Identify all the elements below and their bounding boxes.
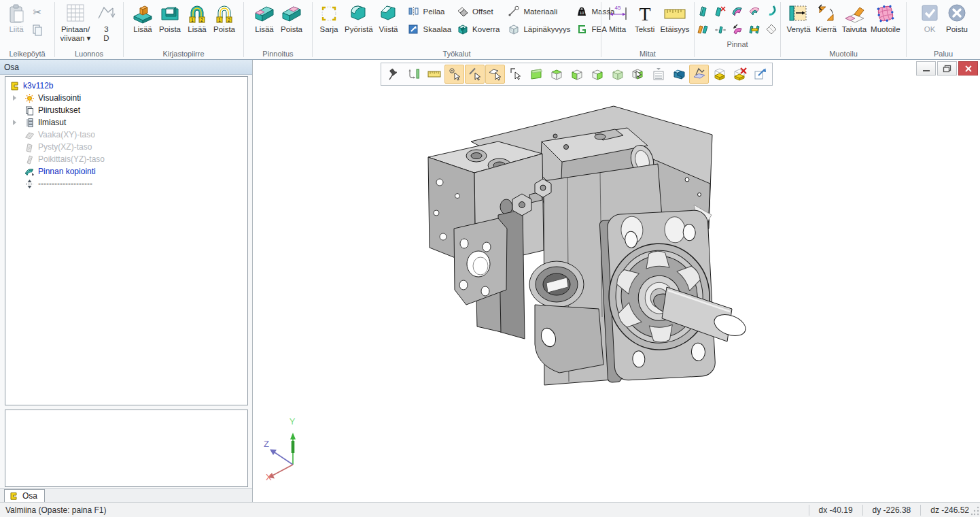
snap-edge-icon[interactable]	[465, 65, 485, 84]
library-remove-button[interactable]: Poista	[156, 1, 183, 35]
tree-item-insert-marker[interactable]: --------------------	[5, 178, 247, 190]
export-icon[interactable]	[750, 65, 770, 84]
copy-icon[interactable]	[30, 22, 45, 38]
ribbon-group-clipboard: Liitä ✂ Leikepöytä	[0, 0, 54, 59]
rotate-icon	[815, 2, 838, 25]
ruler-icon[interactable]	[424, 65, 444, 84]
sketch-on-face-button[interactable]: Pintaan/ viivaan ▾	[58, 1, 93, 44]
surface-double-plane-icon[interactable]	[696, 21, 711, 37]
panel-tab-strip: Osa	[0, 488, 252, 502]
tree-item-drawings[interactable]: Piirustukset	[5, 104, 247, 116]
library-remove2-label: Poista	[213, 25, 235, 34]
text-button[interactable]: T Teksti	[631, 1, 659, 35]
minimize-button[interactable]	[916, 61, 936, 76]
material-button[interactable]: Materiaali	[505, 3, 573, 20]
graphics-viewport[interactable]: Y Z X	[253, 60, 980, 502]
sketch-3d-button[interactable]: 3 D	[92, 1, 120, 44]
dimension-button[interactable]: 45 Mitta	[604, 1, 631, 35]
close-button[interactable]	[958, 61, 978, 76]
expand-chevron-icon[interactable]	[12, 95, 18, 101]
tree-item-surface-copy[interactable]: Pinnan kopiointi	[5, 165, 247, 178]
library-remove2-button[interactable]: 12 Poista	[211, 1, 238, 35]
snap-point-icon[interactable]	[444, 65, 464, 84]
surface-patch-icon[interactable]	[730, 3, 745, 19]
tree-item-label: Vaaka(XY)-taso	[38, 130, 95, 139]
select-element-icon[interactable]	[506, 65, 525, 84]
cube-top-face-icon[interactable]	[546, 65, 566, 84]
solid-step-icon[interactable]	[669, 65, 688, 84]
mirror-icon	[408, 5, 420, 18]
tree-item-yz-plane[interactable]: Poikittais(YZ)-taso	[5, 153, 247, 165]
distance-button[interactable]: Etäisyys	[659, 1, 692, 35]
group-label: Pinnoitus	[245, 48, 311, 59]
scale-button[interactable]: Skaalaa	[405, 21, 455, 37]
ribbon-group-sketch: Pintaan/ viivaan ▾ 3 D Luonnos	[55, 0, 123, 59]
grid-icon	[64, 2, 87, 25]
bend-button[interactable]: Taivuta	[840, 1, 869, 35]
pin-icon[interactable]	[383, 65, 403, 84]
cube-all-faces-icon[interactable]	[608, 65, 627, 84]
status-message: Valmiina (Opaste: paina F1)	[0, 505, 809, 515]
library-add2-button[interactable]: 12 Lisää	[183, 1, 211, 35]
boss-add-icon	[131, 2, 154, 25]
form-button[interactable]: Muotoile	[869, 1, 902, 35]
tree-item-visualization[interactable]: Visualisointi	[5, 92, 247, 104]
surface-eraser-icon[interactable]	[764, 21, 779, 37]
resize-grip[interactable]	[970, 504, 980, 516]
surface-frame-icon[interactable]	[747, 21, 762, 37]
coating-add-button[interactable]: Lisää	[251, 1, 278, 35]
cube-left-face-icon[interactable]	[567, 65, 587, 84]
surface-plane-icon[interactable]	[696, 3, 711, 19]
ok-button[interactable]: OK	[916, 1, 943, 35]
surface-plane-delete-icon[interactable]	[713, 3, 728, 19]
exit-x-icon	[945, 2, 968, 25]
status-dz: dz -246.52	[920, 505, 970, 516]
surface-copy-arrow-icon[interactable]	[730, 21, 745, 37]
svg-text:T: T	[639, 3, 650, 24]
tree-item-xy-plane[interactable]: Vaaka(XY)-taso	[5, 129, 247, 141]
group-label: Mitat	[603, 48, 693, 59]
plane-icon	[24, 130, 35, 140]
fillet-button[interactable]: Pyöristä	[343, 1, 375, 35]
cut-icon[interactable]: ✂	[30, 4, 45, 20]
pattern-label: Sarja	[320, 25, 338, 34]
surface-hook-icon[interactable]	[764, 3, 779, 19]
surface-band-icon[interactable]	[747, 3, 762, 19]
tab-part[interactable]: Osa	[4, 489, 45, 502]
transparency-button[interactable]: Läpinäkyvyys	[505, 21, 573, 37]
configurations-icon	[24, 118, 35, 128]
offset-button[interactable]: Offset	[454, 3, 502, 20]
mirror-button[interactable]: Peilaa	[405, 3, 455, 20]
scale-label: Skaalaa	[423, 25, 452, 33]
snap-face-icon[interactable]	[485, 65, 505, 84]
library-add-button[interactable]: Lisää	[129, 1, 156, 35]
fillet-label: Pyöristä	[345, 25, 373, 34]
restore-button[interactable]	[937, 61, 957, 76]
surface-move-icon[interactable]	[713, 21, 728, 37]
expand-chevron-icon[interactable]	[12, 120, 18, 125]
pattern-button[interactable]: Sarja	[315, 1, 343, 35]
shell-button[interactable]: Koverra	[454, 21, 502, 37]
exit-button[interactable]: Poistu	[943, 1, 970, 35]
rotate-button[interactable]: Kierrä	[813, 1, 840, 35]
group-label: Muotoilu	[782, 48, 905, 59]
tree-item-part[interactable]: k3v112b	[5, 80, 247, 92]
tree-item-xz-plane[interactable]: Pysty(XZ)-taso	[5, 141, 247, 153]
offset-icon	[457, 5, 469, 18]
drawer-icon[interactable]	[710, 65, 729, 84]
face-select-icon[interactable]	[526, 65, 546, 84]
sketch-on-face-label-1: Pintaan/	[61, 25, 90, 34]
stretch-button[interactable]: Venytä	[784, 1, 812, 35]
measure-edge-icon[interactable]	[404, 65, 423, 84]
sketch-plane-icon[interactable]	[689, 65, 709, 84]
coating-remove-button[interactable]: Poista	[278, 1, 305, 35]
paste-button[interactable]: Liitä	[3, 1, 30, 35]
list-icon[interactable]	[648, 65, 668, 84]
chamfer-button[interactable]: Viistä	[375, 1, 402, 35]
form-mesh-icon	[874, 2, 897, 25]
drawer-delete-icon[interactable]	[730, 65, 750, 84]
cube-pick-icon[interactable]	[628, 65, 648, 84]
model-3d-pump[interactable]	[396, 93, 763, 453]
tree-item-configurations[interactable]: Ilmiasut	[5, 116, 247, 129]
cube-right-face-icon[interactable]	[587, 65, 607, 84]
